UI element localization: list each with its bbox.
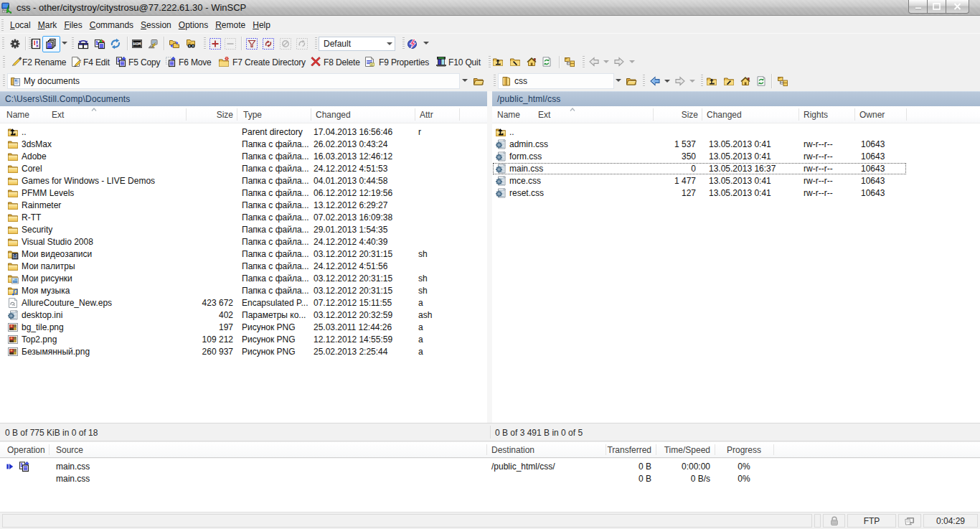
properties-icon[interactable] xyxy=(364,56,375,67)
synchronize-browsing-icon[interactable] xyxy=(77,38,89,50)
toolbar-gripper[interactable] xyxy=(3,75,6,88)
dropdown-arrow-icon[interactable] xyxy=(62,42,67,45)
remote-file-row[interactable]: .. xyxy=(492,126,980,139)
column-divider[interactable] xyxy=(415,108,415,121)
local-refresh-page-icon[interactable] xyxy=(541,56,552,67)
command-f8[interactable]: F8 Delete xyxy=(324,57,360,67)
command-f9[interactable]: F9 Properties xyxy=(379,57,429,67)
queue-column-divider[interactable] xyxy=(656,444,656,455)
sessions-notebook-icon[interactable] xyxy=(30,38,42,50)
dropdown-arrow-icon[interactable] xyxy=(423,42,429,45)
local-file-row[interactable]: Visual Studio 2008 Папка с файла... 24.1… xyxy=(0,236,487,248)
synchronize-icon[interactable] xyxy=(94,38,105,50)
remote-refresh-page-icon[interactable] xyxy=(755,75,767,87)
local-file-row[interactable]: PFMM Levels Папка с файла... 06.12.2012 … xyxy=(0,187,487,200)
remote-col-changed[interactable]: Changed xyxy=(707,110,742,120)
column-divider[interactable] xyxy=(798,108,799,121)
queue-column-divider[interactable] xyxy=(715,444,715,455)
toolbar-gripper[interactable] xyxy=(204,37,207,50)
remote-back-dropdown-icon[interactable] xyxy=(664,80,670,83)
remote-col-name[interactable]: Name xyxy=(497,110,520,120)
local-file-row[interactable]: 3dsMax Папка с файла... 26.02.2013 0:43:… xyxy=(0,139,487,151)
queue-column-divider[interactable] xyxy=(49,444,50,455)
local-file-row[interactable]: Rainmeter Папка с файла... 13.12.2012 6:… xyxy=(0,200,487,212)
local-file-row[interactable]: AllureCouture_New.eps 423 672 Encapsulat… xyxy=(0,297,487,309)
refresh-icon[interactable] xyxy=(110,38,121,50)
local-file-row[interactable]: Мои видеозаписи Папка с файла... 03.12.2… xyxy=(0,248,487,261)
local-file-row[interactable]: Corel Папка с файла... 24.12.2012 4:51:5… xyxy=(0,163,487,175)
column-divider[interactable] xyxy=(702,108,702,121)
remote-forward-dropdown-icon[interactable] xyxy=(689,80,695,83)
local-parent-folder-icon[interactable] xyxy=(492,56,504,67)
local-file-row[interactable]: Безымянный.png 260 937 Рисунок PNG 25.02… xyxy=(0,346,487,358)
status-protocol-cell[interactable]: FTP xyxy=(847,514,896,528)
local-col-size[interactable]: Size xyxy=(187,110,233,120)
toolbar-gripper[interactable] xyxy=(494,75,497,88)
menu-mark[interactable]: Mark xyxy=(34,18,61,32)
move-doc-icon[interactable] xyxy=(165,56,176,67)
local-back-arrow-icon[interactable] xyxy=(588,56,600,67)
queue-row[interactable]: main.css 0 B 0 B/s 0% xyxy=(0,473,980,485)
local-file-row[interactable]: Security Папка с файла... 29.01.2013 1:5… xyxy=(0,224,487,236)
local-tree-icon[interactable] xyxy=(564,56,575,67)
queue-row[interactable]: main.css /public_html/css/ 0 B 0:00:00 0… xyxy=(0,461,980,473)
remote-tree-icon[interactable] xyxy=(777,75,788,87)
column-divider[interactable] xyxy=(186,108,187,121)
repeat-icon[interactable] xyxy=(296,38,308,50)
local-back-dropdown-icon[interactable] xyxy=(603,60,609,63)
abort-icon[interactable] xyxy=(280,38,291,50)
remote-col-size[interactable]: Size xyxy=(653,110,698,120)
menu-help[interactable]: Help xyxy=(249,18,274,32)
local-col-ext[interactable]: Ext xyxy=(52,110,64,120)
local-home-folder-icon[interactable] xyxy=(526,56,537,67)
command-f5[interactable]: F5 Copy xyxy=(128,57,160,67)
close-button[interactable] xyxy=(946,0,969,14)
toolbar-gripper[interactable] xyxy=(701,75,705,88)
toolbar-gripper[interactable] xyxy=(3,56,6,69)
local-col-type[interactable]: Type xyxy=(243,110,262,120)
toolbar-gripper[interactable] xyxy=(72,37,75,50)
remote-address-combo[interactable]: css xyxy=(498,73,614,89)
maximize-button[interactable] xyxy=(927,0,946,14)
console-icon[interactable] xyxy=(131,38,143,50)
menu-commands[interactable]: Commands xyxy=(86,18,137,32)
select-plus-icon[interactable] xyxy=(209,38,221,50)
winscp-logo-icon[interactable] xyxy=(1,2,13,14)
new-folder-icon[interactable] xyxy=(218,56,230,67)
remote-forward-arrow-icon[interactable] xyxy=(674,75,686,87)
toolbar-gripper[interactable] xyxy=(643,75,646,88)
transfer-settings-icon[interactable] xyxy=(407,38,418,50)
local-file-row[interactable]: .. Parent directory 17.04.2013 16:56:46 … xyxy=(0,126,487,139)
local-address-combo[interactable]: My documents xyxy=(7,73,460,89)
command-f2[interactable]: F2 Rename xyxy=(22,57,66,67)
filter-funnel-icon[interactable] xyxy=(246,38,258,50)
status-lock-cell[interactable] xyxy=(823,514,845,528)
queue-col-source[interactable]: Source xyxy=(56,445,83,455)
local-file-row[interactable]: Мои рисунки Папка с файла... 03.12.2012 … xyxy=(0,273,487,285)
queue-column-divider[interactable] xyxy=(486,444,487,455)
remote-address-dropdown-icon[interactable] xyxy=(616,79,621,82)
queue-col-transferred[interactable]: Transferred xyxy=(606,445,651,455)
local-file-row[interactable]: Adobe Папка с файла... 16.03.2013 12:46:… xyxy=(0,151,487,163)
toolbar-gripper[interactable] xyxy=(583,56,586,69)
remote-file-row[interactable]: form.css 350 13.05.2013 0:41 rw-r--r-- 1… xyxy=(492,151,980,163)
local-file-row[interactable]: bg_tile.png 197 Рисунок PNG 25.03.2011 1… xyxy=(0,322,487,334)
column-divider[interactable] xyxy=(311,108,311,121)
local-col-name[interactable]: Name xyxy=(6,110,29,120)
remote-file-row[interactable]: mce.css 1 477 13.05.2013 0:41 rw-r--r-- … xyxy=(492,175,980,187)
menu-local[interactable]: Local xyxy=(6,18,34,32)
column-divider[interactable] xyxy=(237,108,237,121)
column-divider[interactable] xyxy=(459,108,460,121)
remote-back-arrow-icon[interactable] xyxy=(649,75,661,87)
queue-column-divider[interactable] xyxy=(773,444,774,455)
remote-file-row[interactable]: admin.css 1 537 13.05.2013 0:41 rw-r--r-… xyxy=(492,139,980,151)
local-forward-dropdown-icon[interactable] xyxy=(629,60,635,63)
local-col-attr[interactable]: Attr xyxy=(420,110,433,120)
command-f7[interactable]: F7 Create Directory xyxy=(232,57,306,67)
queue-col-operation[interactable]: Operation xyxy=(7,445,45,455)
local-file-row[interactable]: Моя музыка Папка с файла... 03.12.2012 2… xyxy=(0,285,487,297)
local-col-changed[interactable]: Changed xyxy=(316,110,351,120)
local-file-row[interactable]: R-TT Папка с файла... 07.02.2013 16:09:3… xyxy=(0,212,487,224)
remote-col-rights[interactable]: Rights xyxy=(804,110,828,120)
putty-icon[interactable] xyxy=(147,38,159,50)
